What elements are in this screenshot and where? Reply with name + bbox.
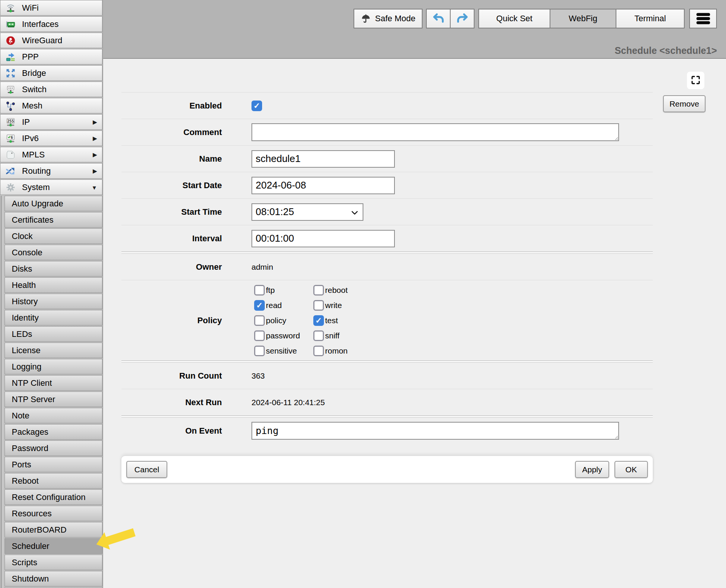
sidebar-item-auto-upgrade[interactable]: Auto Upgrade xyxy=(5,196,102,211)
sidebar-item-ip[interactable]: 255IP▶ xyxy=(0,114,102,130)
sidebar-item-shutdown[interactable]: Shutdown xyxy=(5,571,102,586)
schedule-form: Enabled Comment Name Start Date Start Ti… xyxy=(121,92,653,444)
sidebar-item-switch[interactable]: Switch xyxy=(0,82,102,97)
comment-input[interactable] xyxy=(251,123,619,141)
policy-option-test[interactable]: test xyxy=(313,315,348,326)
cancel-button[interactable]: Cancel xyxy=(126,461,167,478)
on-event-input[interactable]: ping xyxy=(251,422,619,440)
sidebar-item-label: Health xyxy=(12,280,36,290)
sidebar-item-resources[interactable]: Resources xyxy=(5,506,102,521)
sidebar-item-bridge[interactable]: Bridge xyxy=(0,65,102,81)
sidebar-item-wifi[interactable]: WiFi xyxy=(0,0,102,16)
policy-option-password[interactable]: password xyxy=(254,330,313,341)
policy-option-read[interactable]: read xyxy=(254,300,313,311)
policy-option-ftp[interactable]: ftp xyxy=(254,285,313,296)
sidebar-item-label: IP xyxy=(22,117,30,127)
sidebar-item-clock[interactable]: Clock xyxy=(5,228,102,244)
policy-checkbox-password[interactable] xyxy=(254,330,265,341)
sidebar-item-mesh[interactable]: Mesh xyxy=(0,98,102,113)
tab-terminal[interactable]: Terminal xyxy=(616,9,685,28)
sidebar-item-identity[interactable]: Identity xyxy=(5,310,102,325)
start-time-select[interactable]: 08:01:25 xyxy=(251,203,363,221)
sidebar-item-console[interactable]: Console xyxy=(5,245,102,260)
start-date-input[interactable] xyxy=(251,177,395,194)
policy-label: Policy xyxy=(121,316,222,325)
action-bar: Cancel Apply OK xyxy=(121,456,653,483)
tab-webfig[interactable]: WebFig xyxy=(550,9,616,28)
sidebar-item-label: MPLS xyxy=(22,150,45,160)
policy-checkbox-romon[interactable] xyxy=(313,346,324,356)
policy-option-sniff[interactable]: sniff xyxy=(313,330,348,341)
name-input[interactable] xyxy=(251,150,395,168)
enabled-row: Enabled xyxy=(121,93,653,119)
sidebar-item-disks[interactable]: Disks xyxy=(5,261,102,277)
sidebar-item-wireguard[interactable]: WireGuard xyxy=(0,33,102,48)
sidebar-item-ntp-server[interactable]: NTP Server xyxy=(5,391,102,407)
sidebar-item-certificates[interactable]: Certificates xyxy=(5,212,102,228)
sidebar: WiFiInterfacesWireGuardPPPBridgeSwitchMe… xyxy=(0,0,103,588)
policy-checkbox-ftp[interactable] xyxy=(254,285,265,296)
sidebar-item-system[interactable]: System▼ xyxy=(0,179,102,195)
enabled-checkbox[interactable] xyxy=(251,101,262,111)
policy-option-label: reboot xyxy=(325,286,348,295)
start-time-label: Start Time xyxy=(121,207,222,217)
sidebar-item-label: Resources xyxy=(12,509,52,519)
sidebar-item-note[interactable]: Note xyxy=(5,408,102,423)
ok-button[interactable]: OK xyxy=(614,461,648,478)
chevron-right-icon: ▶ xyxy=(93,135,97,142)
redo-button[interactable] xyxy=(450,9,475,28)
policy-checkbox-read[interactable] xyxy=(254,300,265,311)
sidebar-item-label: Logging xyxy=(12,362,41,372)
policy-option-reboot[interactable]: reboot xyxy=(313,285,348,296)
policy-option-sensitive[interactable]: sensitive xyxy=(254,346,313,356)
policy-option-policy[interactable]: policy xyxy=(254,315,313,326)
policy-checkbox-sniff[interactable] xyxy=(313,330,324,341)
policy-checkbox-sensitive[interactable] xyxy=(254,346,265,356)
policy-checkbox-write[interactable] xyxy=(313,300,324,311)
remove-button[interactable]: Remove xyxy=(663,95,706,112)
sidebar-item-routing[interactable]: Routing▶ xyxy=(0,163,102,179)
safe-mode-button[interactable]: Safe Mode xyxy=(354,9,423,28)
switch-icon xyxy=(5,84,16,95)
next-run-row: Next Run 2024-06-11 20:41:25 xyxy=(121,389,653,415)
sidebar-item-label: Scripts xyxy=(12,558,37,568)
start-date-row: Start Date xyxy=(121,172,653,198)
sidebar-item-label: NTP Client xyxy=(12,378,52,388)
sidebar-item-ipv6[interactable]: 6IPv6▶ xyxy=(0,130,102,146)
sidebar-item-scripts[interactable]: Scripts xyxy=(5,555,102,570)
policy-option-romon[interactable]: romon xyxy=(313,346,348,356)
hamburger-menu-button[interactable] xyxy=(689,9,717,28)
sidebar-item-logging[interactable]: Logging xyxy=(5,359,102,374)
interval-input[interactable] xyxy=(251,230,395,247)
sidebar-item-license[interactable]: License xyxy=(5,343,102,358)
sidebar-item-history[interactable]: History xyxy=(5,294,102,309)
sidebar-item-scheduler[interactable]: Scheduler xyxy=(5,538,102,554)
policy-checkbox-policy[interactable] xyxy=(254,315,265,326)
svg-text:6: 6 xyxy=(11,135,13,139)
sidebar-item-interfaces[interactable]: Interfaces xyxy=(0,16,102,32)
sidebar-item-routerboard[interactable]: RouterBOARD xyxy=(5,522,102,538)
policy-option-write[interactable]: write xyxy=(313,300,348,311)
sidebar-item-reset-configuration[interactable]: Reset Configuration xyxy=(5,489,102,505)
sidebar-item-ppp[interactable]: PPP xyxy=(0,49,102,64)
sidebar-item-packages[interactable]: Packages xyxy=(5,424,102,440)
fullscreen-button[interactable] xyxy=(687,72,704,89)
sidebar-item-label: Reboot xyxy=(12,476,39,486)
start-time-value: 08:01:25 xyxy=(256,206,294,218)
sidebar-item-ports[interactable]: Ports xyxy=(5,457,102,472)
sidebar-item-label: Routing xyxy=(22,166,51,176)
sidebar-item-ntp-client[interactable]: NTP Client xyxy=(5,375,102,391)
sidebar-item-password[interactable]: Password xyxy=(5,440,102,456)
sidebar-item-label: Clock xyxy=(12,231,33,241)
tab-quick-set[interactable]: Quick Set xyxy=(478,9,550,28)
policy-option-label: write xyxy=(325,301,342,310)
sidebar-item-health[interactable]: Health xyxy=(5,277,102,293)
policy-checkbox-test[interactable] xyxy=(313,315,324,326)
name-label: Name xyxy=(121,154,222,164)
sidebar-item-leds[interactable]: LEDs xyxy=(5,326,102,342)
policy-checkbox-reboot[interactable] xyxy=(313,285,324,296)
sidebar-item-reboot[interactable]: Reboot xyxy=(5,473,102,489)
apply-button[interactable]: Apply xyxy=(575,461,609,478)
undo-button[interactable] xyxy=(426,9,451,28)
sidebar-item-mpls[interactable]: MPLS▶ xyxy=(0,147,102,162)
